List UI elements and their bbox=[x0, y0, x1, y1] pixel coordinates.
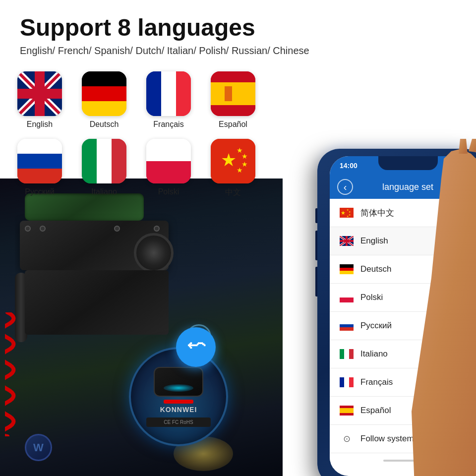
svg-rect-48 bbox=[340, 321, 354, 324]
flag-label-russian: Русский bbox=[25, 187, 54, 196]
svg-rect-16 bbox=[17, 139, 62, 154]
svg-text:★: ★ bbox=[221, 150, 237, 170]
flag-icon-chinese: ★ ★ ★ ★ ★ bbox=[211, 139, 255, 183]
main-title: Support 8 languages bbox=[20, 15, 456, 41]
flag-label-english: English bbox=[27, 120, 53, 129]
flag-item-russian: Русский bbox=[15, 139, 64, 198]
flag-label-deutsch: Deutsch bbox=[90, 120, 119, 129]
flag-item-espanol: Español bbox=[208, 71, 258, 129]
svg-rect-50 bbox=[340, 327, 354, 331]
svg-rect-21 bbox=[112, 139, 126, 183]
flag-label-francais: Français bbox=[153, 120, 183, 129]
flag-label-espanol: Español bbox=[219, 120, 247, 129]
svg-rect-43 bbox=[340, 264, 354, 268]
svg-rect-11 bbox=[161, 71, 176, 116]
svg-rect-12 bbox=[176, 71, 191, 116]
flag-item-polski: Polski bbox=[144, 139, 193, 198]
svg-rect-10 bbox=[146, 71, 161, 116]
flag-icon-deutsch bbox=[82, 71, 126, 116]
svg-text:★: ★ bbox=[241, 152, 248, 160]
flag-label-italiano: Italiano bbox=[91, 187, 117, 196]
lang-flag-chinese: ★ ★ ★ ★ ★ bbox=[340, 206, 354, 220]
device-certifications: CE FC RoHS bbox=[146, 417, 211, 427]
flag-icon-russian bbox=[17, 139, 62, 183]
lang-flag-francais bbox=[340, 375, 354, 389]
svg-rect-15 bbox=[225, 86, 232, 101]
lang-flag-system: ⊙ bbox=[340, 432, 354, 446]
svg-rect-17 bbox=[17, 154, 62, 169]
svg-rect-47 bbox=[340, 298, 354, 302]
svg-rect-18 bbox=[17, 169, 62, 183]
flag-item-deutsch: Deutsch bbox=[79, 71, 129, 129]
flag-label-polski: Polski bbox=[158, 187, 179, 196]
svg-rect-44 bbox=[340, 268, 354, 271]
svg-rect-22 bbox=[146, 139, 191, 161]
svg-rect-20 bbox=[97, 139, 112, 183]
svg-rect-58 bbox=[340, 408, 354, 413]
flag-icon-english bbox=[17, 71, 62, 116]
flag-label-chinese: 中文 bbox=[225, 187, 241, 198]
subtitle: English/ French/ Spanish/ Dutch/ Italian… bbox=[20, 45, 456, 57]
svg-rect-46 bbox=[340, 293, 354, 298]
konnwei-brand: KONNWEI bbox=[146, 406, 211, 414]
lang-flag-english bbox=[340, 234, 354, 248]
lang-flag-polski bbox=[340, 291, 354, 304]
flag-icon-francais bbox=[146, 71, 191, 116]
lang-flag-deutsch bbox=[340, 262, 354, 276]
lang-flag-russian bbox=[340, 319, 354, 333]
bluetooth-icon: ⬿ bbox=[176, 327, 216, 367]
bluetooth-symbol: ⬿ bbox=[187, 337, 205, 357]
flags-row-2: Русский Italiano Polski bbox=[15, 139, 461, 198]
svg-text:★: ★ bbox=[341, 210, 346, 216]
svg-rect-55 bbox=[344, 377, 349, 387]
svg-rect-52 bbox=[344, 349, 349, 359]
lang-flag-espanol bbox=[340, 404, 354, 417]
flag-item-english: English bbox=[15, 71, 64, 129]
svg-rect-56 bbox=[349, 377, 354, 387]
svg-rect-8 bbox=[82, 86, 126, 101]
flags-section: English Deutsch Français bbox=[0, 61, 476, 208]
svg-rect-45 bbox=[340, 271, 354, 274]
flag-item-francais: Français bbox=[144, 71, 193, 129]
svg-rect-23 bbox=[146, 161, 191, 183]
flag-icon-italiano bbox=[82, 139, 126, 183]
svg-rect-54 bbox=[340, 377, 344, 387]
svg-rect-19 bbox=[82, 139, 97, 183]
svg-rect-9 bbox=[82, 101, 126, 116]
flag-item-chinese: ★ ★ ★ ★ ★ 中文 bbox=[208, 139, 258, 198]
top-section: Support 8 languages English/ French/ Spa… bbox=[0, 0, 476, 61]
svg-rect-53 bbox=[349, 349, 354, 359]
svg-rect-7 bbox=[82, 71, 126, 86]
flag-icon-espanol bbox=[211, 71, 255, 116]
flags-row-1: English Deutsch Français bbox=[15, 71, 461, 129]
svg-text:★: ★ bbox=[237, 166, 243, 174]
svg-rect-51 bbox=[340, 349, 344, 359]
flag-icon-polski bbox=[146, 139, 191, 183]
konnwei-device-circle: KONNWEI CE FC RoHS bbox=[129, 347, 228, 446]
flag-item-italiano: Italiano bbox=[79, 139, 129, 198]
bottom-section: W KONNWEI CE FC RoHS ⬿ bbox=[0, 178, 476, 476]
svg-rect-49 bbox=[340, 324, 354, 327]
lang-flag-italiano bbox=[340, 347, 354, 361]
svg-rect-14 bbox=[211, 82, 255, 105]
